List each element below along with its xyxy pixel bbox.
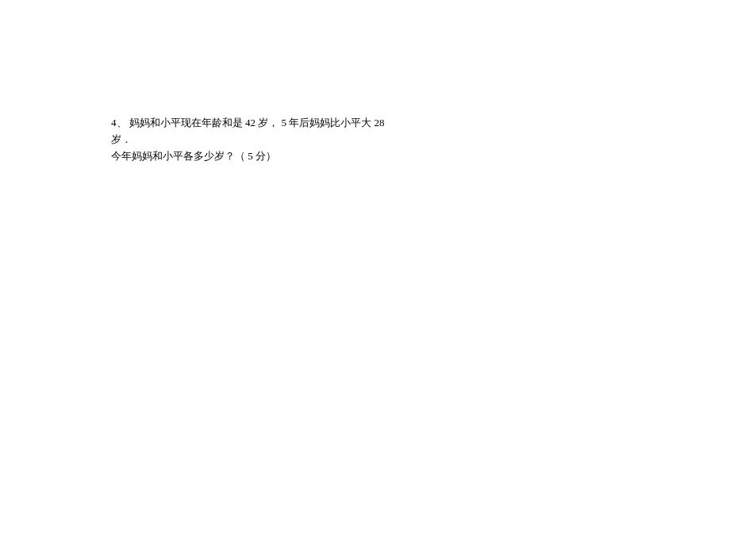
text-segment: 妈妈和小平现在年龄和是 [129,117,243,128]
text-segment: 分） [256,150,276,162]
text-segment: 岁． [111,133,132,145]
problem-line-1: 4、 妈妈和小平现在年龄和是 42 岁， 5 年后妈妈比小平大 28 [111,115,413,132]
text-segment: 年后妈妈比小平大 [289,117,371,128]
problem-line-2: 岁． [111,132,413,148]
text-segment: 今年妈妈和小平各多少岁？（ [111,150,245,162]
problem-number: 4、 [111,117,127,128]
value-age-diff: 28 [375,117,385,128]
value-points: 5 [248,150,253,162]
text-segment: 岁， [258,117,279,128]
value-age-sum: 42 [245,117,256,128]
math-problem: 4、 妈妈和小平现在年龄和是 42 岁， 5 年后妈妈比小平大 28 岁． 今年… [111,115,413,164]
problem-line-3: 今年妈妈和小平各多少岁？（ 5 分） [111,148,413,165]
value-years: 5 [282,117,287,128]
